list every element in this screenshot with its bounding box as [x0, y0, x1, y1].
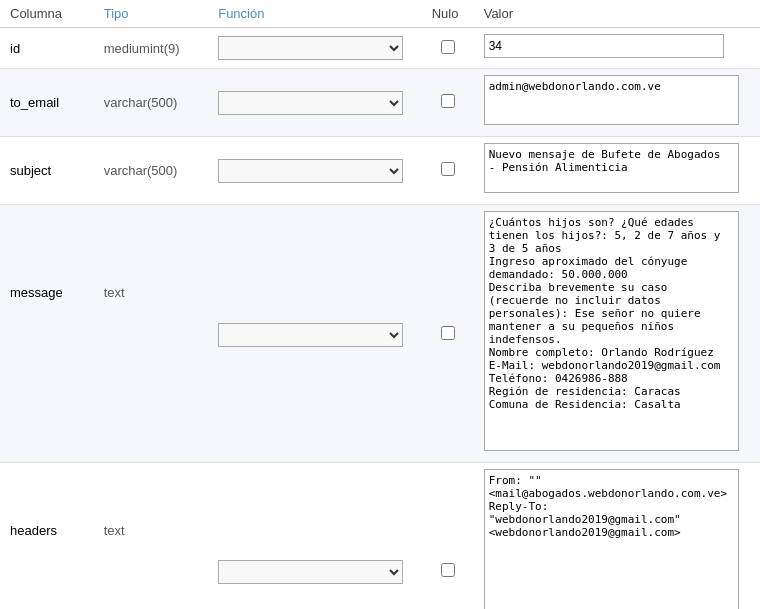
cell-tipo-to_email: varchar(500) [94, 69, 209, 137]
header-nulo: Nulo [422, 0, 474, 28]
nulo-checkbox-id[interactable] [441, 40, 455, 54]
funcion-select-to_email[interactable]: CURRENT_TIMESTAMPMD5NULLUUID [218, 91, 403, 115]
valor-textarea-headers[interactable] [484, 469, 739, 609]
nulo-checkbox-to_email[interactable] [441, 94, 455, 108]
nulo-checkbox-headers[interactable] [441, 563, 455, 577]
cell-valor-message [474, 205, 760, 463]
nulo-checkbox-message[interactable] [441, 326, 455, 340]
cell-funcion-headers: CURRENT_TIMESTAMPMD5NULLUUID [208, 463, 421, 610]
cell-nulo-id [422, 28, 474, 69]
cell-funcion-id: CURRENT_TIMESTAMPMD5NULLUUID [208, 28, 421, 69]
cell-columna-to_email: to_email [0, 69, 94, 137]
cell-columna-subject: subject [0, 137, 94, 205]
valor-textarea-message[interactable] [484, 211, 739, 451]
funcion-select-id[interactable]: CURRENT_TIMESTAMPMD5NULLUUID [218, 36, 403, 60]
funcion-select-message[interactable]: CURRENT_TIMESTAMPMD5NULLUUID [218, 323, 403, 347]
cell-valor-to_email [474, 69, 760, 137]
cell-valor-headers [474, 463, 760, 610]
cell-funcion-message: CURRENT_TIMESTAMPMD5NULLUUID [208, 205, 421, 463]
funcion-select-headers[interactable]: CURRENT_TIMESTAMPMD5NULLUUID [218, 560, 403, 584]
cell-nulo-headers [422, 463, 474, 610]
header-columna: Columna [0, 0, 94, 28]
cell-tipo-message: text [94, 205, 209, 463]
valor-textarea-subject[interactable] [484, 143, 739, 193]
cell-tipo-id: mediumint(9) [94, 28, 209, 69]
funcion-select-subject[interactable]: CURRENT_TIMESTAMPMD5NULLUUID [218, 159, 403, 183]
cell-nulo-to_email [422, 69, 474, 137]
cell-columna-id: id [0, 28, 94, 69]
cell-columna-message: message [0, 205, 94, 463]
cell-valor-subject [474, 137, 760, 205]
header-funcion: Función [208, 0, 421, 28]
cell-funcion-to_email: CURRENT_TIMESTAMPMD5NULLUUID [208, 69, 421, 137]
data-table: Columna Tipo Función Nulo Valor idmedium… [0, 0, 760, 609]
cell-nulo-message [422, 205, 474, 463]
header-valor: Valor [474, 0, 760, 28]
header-tipo: Tipo [94, 0, 209, 28]
cell-tipo-subject: varchar(500) [94, 137, 209, 205]
cell-columna-headers: headers [0, 463, 94, 610]
valor-input-id[interactable] [484, 34, 724, 58]
cell-valor-id [474, 28, 760, 69]
cell-funcion-subject: CURRENT_TIMESTAMPMD5NULLUUID [208, 137, 421, 205]
cell-nulo-subject [422, 137, 474, 205]
cell-tipo-headers: text [94, 463, 209, 610]
nulo-checkbox-subject[interactable] [441, 162, 455, 176]
valor-textarea-to_email[interactable] [484, 75, 739, 125]
